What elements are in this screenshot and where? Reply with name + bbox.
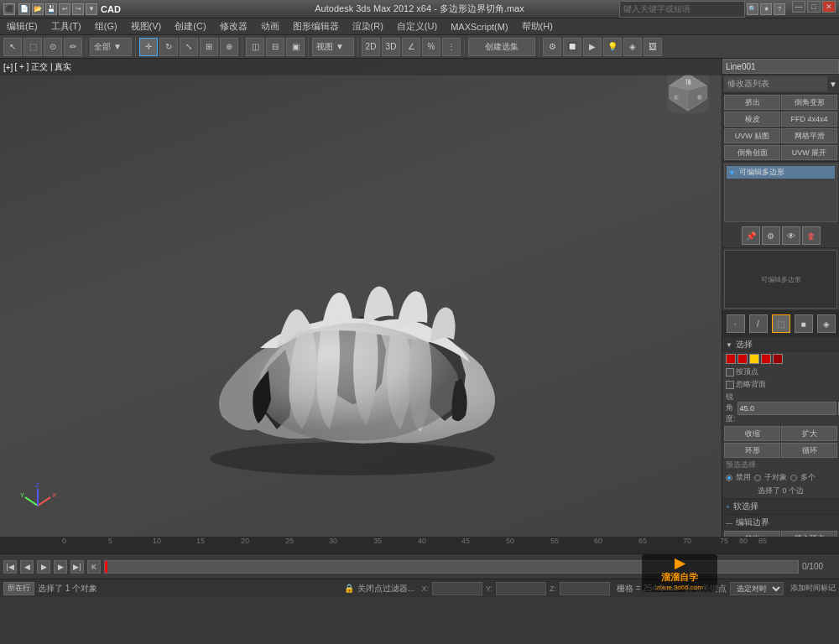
editable-poly-item[interactable]: ▼ 可编辑多边形	[727, 166, 835, 179]
bevel-btn[interactable]: 倒角变形	[781, 95, 837, 110]
save-icon[interactable]: 💾	[45, 3, 57, 15]
disable-radio[interactable]	[726, 475, 732, 481]
y-coord-input[interactable]	[496, 582, 546, 595]
menu-render[interactable]: 渲染(R)	[346, 18, 390, 34]
render-setup-btn[interactable]: ⚙	[543, 38, 561, 56]
snap-spinner-btn[interactable]: ⋮	[442, 38, 461, 56]
insert-vert-btn[interactable]: 插入顶点	[781, 531, 837, 537]
meshsmooth-btn[interactable]: 网格平滑	[781, 128, 837, 143]
soft-sel-header[interactable]: + 软选择	[722, 499, 839, 514]
rotate-btn[interactable]: ↻	[159, 38, 178, 56]
menu-group[interactable]: 组(G)	[88, 18, 124, 34]
edge-mode-btn[interactable]: /	[749, 314, 768, 333]
render-preview-btn[interactable]: 🔲	[563, 38, 581, 56]
delete-mod-icon[interactable]: 🗑	[802, 226, 821, 245]
turbosmooth-btn[interactable]: 棱皮	[724, 112, 780, 127]
mirror-btn[interactable]: ◫	[246, 38, 264, 56]
object-name-input[interactable]	[722, 59, 839, 74]
minimize-button[interactable]: —	[792, 1, 805, 13]
ref-coord-btn[interactable]: ⊞	[200, 38, 218, 56]
align-btn[interactable]: ⊟	[266, 38, 284, 56]
prev-frame-btn[interactable]: ◀	[20, 560, 34, 574]
ffd-btn[interactable]: FFD 4x4x4	[781, 112, 837, 127]
status-mode-btn[interactable]: 所在行	[3, 582, 34, 595]
lock-icon[interactable]: 🔒	[344, 584, 354, 593]
extrude-btn[interactable]: 挤出	[724, 95, 780, 110]
menu-create[interactable]: 创建(C)	[168, 18, 212, 34]
menu-help[interactable]: 帮助(H)	[515, 18, 560, 34]
red-swatch-3[interactable]	[761, 354, 771, 364]
snap-dropdown[interactable]: 选定对时	[730, 582, 784, 595]
view-dropdown[interactable]: 视图▼	[312, 38, 354, 56]
snap-angle-btn[interactable]: ∠	[402, 38, 420, 56]
menu-customize[interactable]: 自定义(U)	[390, 18, 444, 34]
menu-tools[interactable]: 工具(T)	[44, 18, 88, 34]
loop-btn[interactable]: 循环	[781, 443, 837, 458]
modifier-list-dropdown[interactable]: 修改器列表	[724, 76, 827, 91]
snap-percent-btn[interactable]: %	[422, 38, 440, 56]
snap-2d-btn[interactable]: 2D	[362, 38, 380, 56]
render-btn[interactable]: ▶	[583, 38, 602, 56]
ignore-back-checkbox[interactable]	[726, 381, 734, 389]
snap-3d-btn[interactable]: 3D	[382, 38, 400, 56]
config-icon[interactable]: ⚙	[762, 226, 780, 245]
red-swatch[interactable]	[726, 354, 736, 364]
ring-btn[interactable]: 环形	[724, 443, 780, 458]
shrink-btn[interactable]: 收缩	[724, 426, 780, 441]
go-end-btn[interactable]: ▶|	[70, 560, 84, 574]
filter-dropdown[interactable]: 全部▼	[90, 38, 132, 56]
star-icon[interactable]: ★	[760, 3, 772, 15]
uvw-expand-btn[interactable]: UVW 展开	[781, 145, 837, 160]
menu-graph-editor[interactable]: 图形编辑器	[286, 18, 346, 34]
redo-icon[interactable]: ↪	[72, 3, 84, 15]
paint-select-btn[interactable]: ✏	[64, 38, 82, 56]
lasso-select-btn[interactable]: ⊙	[44, 38, 62, 56]
viewport-menu-plus[interactable]: [+]	[3, 63, 13, 72]
grow-btn[interactable]: 扩大	[781, 426, 837, 441]
maximize-button[interactable]: □	[807, 1, 821, 13]
select-move-btn[interactable]: ✛	[139, 38, 158, 56]
more-icon[interactable]: ▼	[86, 3, 97, 15]
material-editor-btn[interactable]: ◈	[623, 38, 642, 56]
modifier-expand-btn[interactable]: ▼	[829, 80, 837, 89]
open-icon[interactable]: 📂	[32, 3, 44, 15]
render-scene-btn[interactable]: 🖼	[644, 38, 662, 56]
push-pull-btn[interactable]: 拉出	[724, 531, 780, 537]
by-vertex-checkbox[interactable]	[726, 368, 734, 377]
next-frame-btn[interactable]: ▶	[54, 560, 67, 574]
info-icon[interactable]: ?	[774, 3, 785, 15]
selection-header[interactable]: ▼ 选择	[722, 337, 839, 352]
select-region-btn[interactable]: ⬚	[23, 38, 42, 56]
vertex-mode-btn[interactable]: ·	[727, 314, 745, 333]
search-icon[interactable]: 🔍	[747, 3, 758, 15]
multi-radio[interactable]	[790, 475, 797, 481]
layer-btn[interactable]: ▣	[286, 38, 305, 56]
z-coord-input[interactable]	[560, 582, 610, 595]
red-swatch-2[interactable]	[737, 354, 748, 364]
uvw-btn[interactable]: UVW 贴图	[724, 128, 780, 143]
undo-icon[interactable]: ↩	[59, 3, 70, 15]
element-mode-btn[interactable]: ◈	[817, 314, 836, 333]
menu-animation[interactable]: 动画	[254, 18, 286, 34]
scale-btn[interactable]: ⤡	[180, 38, 198, 56]
yellow-swatch[interactable]	[749, 354, 759, 364]
edit-border-header[interactable]: — 编辑边界	[722, 515, 839, 530]
search-input[interactable]	[619, 1, 745, 18]
chamfer-box-btn[interactable]: 倒角创面	[724, 145, 780, 160]
play-btn[interactable]: ▶	[37, 560, 50, 574]
menu-maxscript[interactable]: MAXScript(M)	[444, 18, 514, 34]
sub-radio[interactable]	[754, 475, 761, 481]
poly-mode-btn[interactable]: ■	[795, 314, 813, 333]
dark-red-swatch[interactable]	[773, 354, 783, 364]
show-all-icon[interactable]: 👁	[782, 226, 800, 245]
pin-icon[interactable]: 📌	[742, 226, 760, 245]
menu-modifier[interactable]: 修改器	[213, 18, 254, 34]
select-tool-btn[interactable]: ↖	[3, 38, 22, 56]
close-button[interactable]: ✕	[822, 1, 836, 13]
key-mode-btn[interactable]: K	[87, 560, 101, 574]
border-mode-btn[interactable]: ⬚	[772, 314, 790, 333]
x-coord-input[interactable]	[432, 582, 482, 595]
menu-view[interactable]: 视图(V)	[124, 18, 169, 34]
viewport[interactable]: [+] [ + ] 正交 | 真实	[0, 59, 722, 537]
pivot-btn[interactable]: ⊕	[220, 38, 238, 56]
